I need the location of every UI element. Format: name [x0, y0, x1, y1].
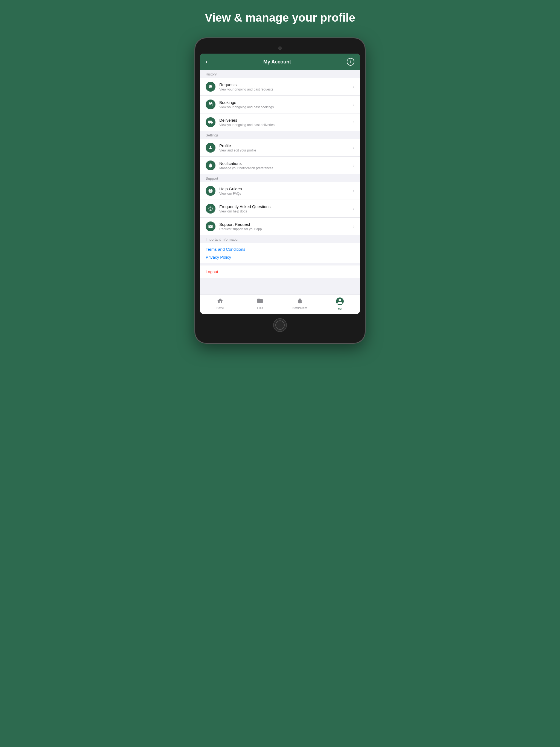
profile-title: Profile	[219, 143, 353, 148]
help-guides-text: Help Guides View our FAQs	[219, 186, 353, 196]
help-guides-subtitle: View our FAQs	[219, 192, 353, 196]
help-guides-item[interactable]: Help Guides View our FAQs ›	[200, 182, 360, 200]
files-icon	[257, 298, 263, 306]
tab-me-label: Me	[338, 308, 342, 311]
header-title: My Account	[263, 59, 291, 65]
deliveries-text: Deliveries View your ongoing and past de…	[219, 118, 353, 127]
bookings-text: Bookings View your ongoing and past book…	[219, 100, 353, 109]
back-button[interactable]: ‹	[206, 58, 207, 66]
help-guides-icon	[206, 186, 215, 196]
faq-title: Frequently Asked Questions	[219, 204, 353, 209]
notifications-icon	[206, 160, 215, 170]
bottom-spacer	[200, 278, 360, 294]
bookings-item[interactable]: Bookings View your ongoing and past book…	[200, 96, 360, 113]
notifications-title: Notifications	[219, 161, 353, 166]
bookings-chevron: ›	[353, 102, 354, 107]
terms-link[interactable]: Terms and Conditions	[206, 247, 354, 252]
bookings-subtitle: View your ongoing and past bookings	[219, 105, 353, 109]
notifications-chevron: ›	[353, 163, 354, 168]
faq-text: Frequently Asked Questions View our help…	[219, 204, 353, 213]
hero-title: View & manage your profile	[205, 11, 355, 25]
faq-chevron: ›	[353, 206, 354, 211]
tab-notifications-label: Notifications	[292, 307, 307, 310]
support-request-icon	[206, 222, 215, 231]
notifications-subtitle: Manage your notificaiton preferences	[219, 166, 353, 170]
privacy-link[interactable]: Privacy Policy	[206, 255, 354, 259]
home-button-inner	[275, 320, 285, 330]
support-section-header: Support	[200, 174, 360, 182]
tablet-frame: ‹ My Account i History Requests View you…	[195, 38, 365, 343]
notifications-text: Notifications Manage your notificaiton p…	[219, 161, 353, 170]
help-guides-title: Help Guides	[219, 186, 353, 191]
logout-button[interactable]: Logout	[206, 269, 218, 274]
faq-subtitle: View our help docs	[219, 209, 353, 213]
profile-item[interactable]: Profile View and edit your profile ›	[200, 139, 360, 157]
history-menu-list: Requests View your ongoing and past requ…	[200, 78, 360, 131]
app-header: ‹ My Account i	[200, 54, 360, 70]
important-section-header: Important Information	[200, 235, 360, 243]
tab-files[interactable]: Files	[251, 298, 270, 311]
tab-me-icon	[336, 298, 344, 307]
info-button[interactable]: i	[347, 58, 354, 66]
requests-icon	[206, 82, 215, 92]
tablet-screen: ‹ My Account i History Requests View you…	[200, 54, 360, 314]
support-request-item[interactable]: Support Request Request support for your…	[200, 217, 360, 235]
profile-chevron: ›	[353, 145, 354, 150]
tab-notifications[interactable]: Notifications	[290, 298, 309, 311]
support-request-subtitle: Request support for your app	[219, 227, 353, 231]
logout-section: Logout	[200, 265, 360, 278]
requests-title: Requests	[219, 82, 353, 87]
notifications-item[interactable]: Notifications Manage your notificaiton p…	[200, 157, 360, 174]
deliveries-item[interactable]: Deliveries View your ongoing and past de…	[200, 113, 360, 131]
tab-bar: Home Files Notifications	[200, 294, 360, 314]
faq-item[interactable]: Frequently Asked Questions View our help…	[200, 200, 360, 217]
deliveries-chevron: ›	[353, 120, 354, 125]
support-request-chevron: ›	[353, 224, 354, 229]
support-menu-list: Help Guides View our FAQs › Frequently A…	[200, 182, 360, 235]
tab-notifications-icon	[297, 298, 303, 306]
settings-menu-list: Profile View and edit your profile › Not…	[200, 139, 360, 174]
profile-icon	[206, 143, 215, 153]
tab-home[interactable]: Home	[210, 298, 230, 311]
profile-text: Profile View and edit your profile	[219, 143, 353, 152]
faq-icon	[206, 204, 215, 213]
requests-text: Requests View your ongoing and past requ…	[219, 82, 353, 91]
deliveries-subtitle: View your ongoing and past deliveries	[219, 123, 353, 127]
tab-me[interactable]: Me	[330, 298, 350, 311]
important-section: Terms and Conditions Privacy Policy	[200, 243, 360, 263]
help-guides-chevron: ›	[353, 188, 354, 193]
settings-section-header: Settings	[200, 131, 360, 139]
support-request-text: Support Request Request support for your…	[219, 222, 353, 231]
support-request-title: Support Request	[219, 222, 353, 227]
requests-chevron: ›	[353, 84, 354, 89]
history-section-header: History	[200, 70, 360, 78]
requests-subtitle: View your ongoing and past requests	[219, 87, 353, 91]
tablet-camera	[278, 47, 282, 50]
tab-home-label: Home	[217, 307, 224, 310]
requests-item[interactable]: Requests View your ongoing and past requ…	[200, 78, 360, 96]
tab-files-label: Files	[257, 307, 263, 310]
home-button[interactable]	[273, 318, 287, 332]
bookings-title: Bookings	[219, 100, 353, 105]
deliveries-title: Deliveries	[219, 118, 353, 123]
bookings-icon	[206, 100, 215, 109]
profile-subtitle: View and edit your profile	[219, 149, 353, 152]
home-icon	[217, 298, 223, 306]
deliveries-icon	[206, 117, 215, 127]
